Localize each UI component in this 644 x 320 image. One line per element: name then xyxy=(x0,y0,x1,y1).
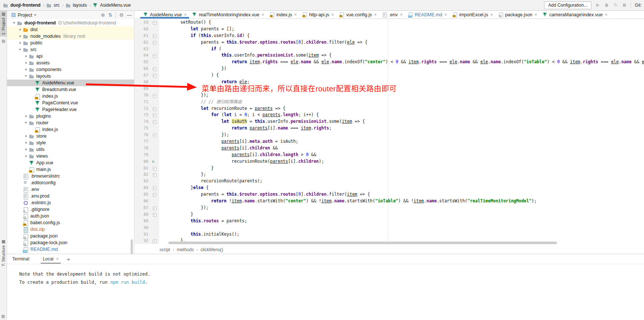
tree-item-layouts[interactable]: layouts xyxy=(7,73,134,80)
chevron-closed-icon[interactable] xyxy=(24,54,29,58)
tree-item-components[interactable]: components xyxy=(7,66,134,73)
add-configuration-button[interactable]: Add Configuration... xyxy=(544,1,591,9)
fold-icon[interactable] xyxy=(151,132,159,138)
fold-icon[interactable] xyxy=(151,211,159,218)
code-line-85[interactable]: 85 parents = this.$router.options.routes… xyxy=(134,191,644,198)
code-line-80[interactable]: 80 recursionRoute(parents[i].children); xyxy=(134,158,644,165)
tree-item-dist.zip[interactable]: dist.zip xyxy=(7,226,134,233)
tab-index.js[interactable]: index.js× xyxy=(267,11,299,18)
tab-cameraManage-index.vue[interactable]: cameraManage\index.vue× xyxy=(540,11,610,18)
breadcrumb-item-src[interactable]: src xyxy=(46,3,60,8)
code-line-59[interactable]: 59 setRoute() { xyxy=(134,19,644,26)
code-line-77[interactable]: 77 parents[i].meta.auth = isAuth; xyxy=(134,138,644,145)
run-with-coverage-icon[interactable]: ↻ xyxy=(613,3,618,8)
editor-breadcrumb-item-clickMenu[interactable]: clickMenu() xyxy=(201,247,223,252)
horizontal-scrollbar[interactable] xyxy=(168,242,557,244)
chevron-open-icon[interactable] xyxy=(12,21,17,25)
code-line-62[interactable]: 62 parents = this.$router.options.routes… xyxy=(134,39,644,46)
chevron-closed-icon[interactable] xyxy=(24,134,29,138)
code-line-84[interactable]: 84 }else { xyxy=(134,185,644,191)
fold-icon[interactable] xyxy=(151,65,159,72)
tab-README.md[interactable]: README.md× xyxy=(405,11,450,18)
new-terminal-icon[interactable]: + xyxy=(67,256,70,262)
fold-icon[interactable] xyxy=(151,205,159,211)
fold-icon[interactable] xyxy=(151,238,159,244)
fold-icon[interactable] xyxy=(151,112,159,118)
tab-vue.config.js[interactable]: vue.config.js× xyxy=(336,11,379,18)
chevron-closed-icon[interactable] xyxy=(24,141,29,145)
code-line-91[interactable]: 91 this.initialKeys(); xyxy=(134,231,644,238)
corner-toolwindow-icon[interactable] xyxy=(1,315,5,318)
tree-item-PageContent.vue[interactable]: PageContent.vue xyxy=(7,100,134,106)
tree-item-plugins[interactable]: plugins xyxy=(7,113,134,119)
tree-item-.browserslistrc[interactable]: .browserslistrc xyxy=(7,173,134,179)
tree-item-src[interactable]: src xyxy=(7,46,134,53)
code-line-75[interactable]: 75 return parents[i].name === item.right… xyxy=(134,125,644,132)
fold-icon[interactable] xyxy=(151,185,159,191)
fold-icon[interactable] xyxy=(151,52,159,59)
code-line-63[interactable]: 63 if ( xyxy=(134,46,644,53)
tree-item-public[interactable]: public xyxy=(7,40,134,46)
close-icon[interactable]: × xyxy=(331,13,334,17)
code-line-71[interactable]: 71 // // 递归权限路由 xyxy=(134,99,644,105)
code-line-65[interactable]: 65 return item.rights === ele.name && el… xyxy=(134,59,644,65)
close-icon[interactable]: × xyxy=(184,13,187,17)
tree-item-store[interactable]: store xyxy=(7,133,134,139)
code-line-89[interactable]: 89 this.routes = parents; xyxy=(134,218,644,225)
fold-icon[interactable] xyxy=(151,165,159,172)
code-line-66[interactable]: 66 }) xyxy=(134,65,644,72)
project-view-selector[interactable]: Project xyxy=(18,13,32,18)
tab-.env[interactable]: .env× xyxy=(379,11,405,18)
tree-item-utils[interactable]: utils xyxy=(7,146,134,153)
close-icon[interactable]: × xyxy=(445,13,447,17)
terminal-tab-local[interactable]: Local × xyxy=(41,254,61,264)
tree-item-.env.prod[interactable]: .env.prod xyxy=(7,193,134,199)
tab-importExcel.js[interactable]: importExcel.js× xyxy=(450,11,496,18)
fold-icon[interactable] xyxy=(151,191,159,198)
chevron-closed-icon[interactable] xyxy=(24,114,29,118)
fold-icon[interactable] xyxy=(151,33,159,39)
chevron-closed-icon[interactable] xyxy=(24,61,29,65)
code-line-88[interactable]: 88 } xyxy=(134,211,644,218)
git-menu[interactable]: Git: xyxy=(635,3,642,8)
editor-breadcrumb-item-script[interactable]: script xyxy=(160,247,170,252)
tree-item-views[interactable]: views xyxy=(7,153,134,159)
code-line-81[interactable]: 81 } xyxy=(134,165,644,172)
hide-panel-icon[interactable]: — xyxy=(127,13,132,18)
favorites-toolwindow-icon[interactable] xyxy=(2,40,5,43)
close-icon[interactable]: × xyxy=(400,13,402,17)
tree-item-README.md[interactable]: README.md xyxy=(7,246,134,253)
chevron-open-icon[interactable] xyxy=(24,74,29,78)
code-line-83[interactable]: 83 recursionRoute(parents); xyxy=(134,178,644,185)
tree-item-style[interactable]: style xyxy=(7,139,134,146)
recursive-call-icon[interactable] xyxy=(151,158,159,165)
tree-item-api[interactable]: api xyxy=(7,53,134,60)
tree-item-.env[interactable]: .env xyxy=(7,186,134,193)
tab-realTimeMonitoring-index.vue[interactable]: realTimeMonitoring\index.vue× xyxy=(189,11,267,18)
tree-item-router[interactable]: router xyxy=(7,119,134,126)
project-scrollbar[interactable] xyxy=(131,239,133,254)
code-line-82[interactable]: 82 }; xyxy=(134,171,644,178)
editor-breadcrumb-item-methods[interactable]: methods xyxy=(177,247,194,252)
toolwindow-project-button[interactable]: 1: Project xyxy=(0,11,7,37)
breadcrumb-item-AsideMenu.vue[interactable]: AsideMenu.vue xyxy=(93,3,131,8)
code-line-73[interactable]: 73 for (let i = 0; i < parents.length; i… xyxy=(134,112,644,118)
breadcrumb-item-duoji-frontend[interactable]: duoji-frontend xyxy=(3,3,40,8)
chevron-closed-icon[interactable] xyxy=(24,67,29,72)
tree-item-App.vue[interactable]: App.vue xyxy=(7,159,134,166)
code-line-78[interactable]: 78 parents[i].children && xyxy=(134,145,644,152)
close-icon[interactable]: × xyxy=(534,13,537,17)
code-line-64[interactable]: 64 this.userInfo.permissionList.some(ite… xyxy=(134,52,644,59)
code-line-90[interactable]: 90 xyxy=(134,225,644,231)
fold-icon[interactable] xyxy=(151,118,159,125)
code-line-76[interactable]: 76 }); xyxy=(134,132,644,138)
debug-icon[interactable] xyxy=(604,3,609,8)
tree-item-Breadcrumb.vue[interactable]: Breadcrumb.vue xyxy=(7,86,134,93)
tree-item-babel.config.js[interactable]: babel.config.js xyxy=(7,219,134,226)
close-icon[interactable]: × xyxy=(605,13,607,17)
chevron-open-icon[interactable] xyxy=(18,47,23,52)
tree-item-assets[interactable]: assets xyxy=(7,60,134,66)
code-line-79[interactable]: 79 parents[i].children.length > 0 && xyxy=(134,152,644,158)
tree-item-main.js[interactable]: main.js xyxy=(7,166,134,173)
code-line-67[interactable]: 67 ) { xyxy=(134,72,644,79)
